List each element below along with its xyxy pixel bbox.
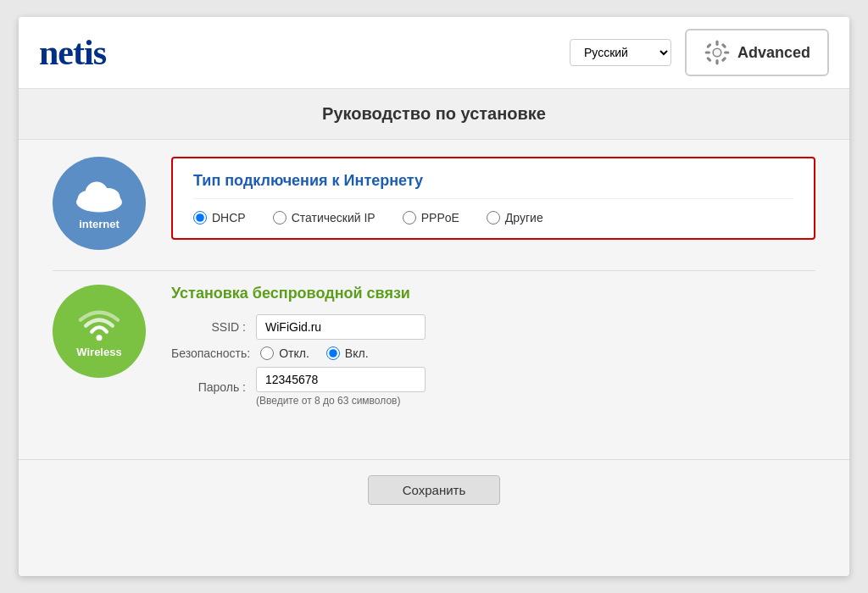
wireless-title: Установка беспроводной связи — [171, 285, 815, 302]
ssid-input[interactable] — [256, 314, 426, 340]
connection-box: Тип подключения к Интернету DHCP Статиче… — [171, 157, 815, 240]
svg-rect-1 — [715, 41, 718, 46]
password-input[interactable] — [256, 367, 426, 392]
page-title: Руководство по установке — [19, 89, 849, 140]
security-on-label: Вкл. — [345, 346, 369, 360]
content-area: internet Тип подключения к Интернету DHC… — [19, 140, 849, 451]
security-label: Безопасность: — [171, 346, 260, 360]
svg-rect-2 — [715, 59, 718, 64]
security-on-option[interactable]: Вкл. — [326, 346, 369, 360]
internet-icon-circle: internet — [53, 157, 146, 250]
password-control: (Введите от 8 до 63 символов) — [256, 367, 815, 407]
radio-pppoe-label: PPPoE — [421, 211, 459, 224]
svg-rect-4 — [724, 51, 729, 53]
wireless-section: Wireless Установка беспроводной связи SS… — [53, 285, 815, 413]
radio-other-label: Другие — [505, 211, 543, 224]
security-row: Безопасность: Откл. Вкл. — [171, 346, 815, 360]
ssid-label: SSID : — [171, 320, 256, 334]
wireless-icon-circle: Wireless — [53, 285, 146, 378]
connection-type-group: DHCP Статический IP PPPoE Другие — [193, 211, 793, 224]
internet-section: internet Тип подключения к Интернету DHC… — [53, 157, 815, 250]
ssid-row: SSID : — [171, 314, 815, 340]
connection-title: Тип подключения к Интернету — [193, 172, 793, 199]
advanced-button[interactable]: Advanced — [685, 29, 829, 76]
ssid-control — [256, 314, 815, 340]
cloud-icon — [74, 177, 125, 214]
wireless-label: Wireless — [76, 346, 121, 358]
svg-rect-7 — [706, 57, 712, 63]
svg-point-14 — [96, 335, 102, 341]
radio-other[interactable]: Другие — [487, 211, 543, 224]
radio-other-input[interactable] — [487, 211, 500, 224]
save-area: Сохранить — [19, 459, 849, 520]
radio-static[interactable]: Статический IP — [273, 211, 376, 224]
radio-static-label: Статический IP — [292, 211, 376, 224]
internet-label: internet — [79, 218, 120, 230]
svg-rect-8 — [721, 43, 727, 49]
logo: netis — [39, 32, 106, 73]
section-divider — [53, 270, 815, 271]
security-on-radio[interactable] — [326, 346, 340, 360]
gear-icon — [704, 39, 731, 66]
svg-rect-3 — [705, 51, 710, 53]
radio-static-input[interactable] — [273, 211, 287, 224]
radio-dhcp[interactable]: DHCP — [193, 211, 246, 224]
radio-pppoe[interactable]: PPPoE — [403, 211, 459, 224]
password-row: Пароль : (Введите от 8 до 63 символов) — [171, 367, 815, 407]
wifi-icon — [76, 305, 122, 342]
password-hint: (Введите от 8 до 63 символов) — [256, 395, 815, 407]
header: netis Русский English 中文 — [19, 17, 849, 89]
password-label: Пароль : — [171, 380, 256, 394]
security-off-option[interactable]: Откл. — [260, 346, 309, 360]
security-control: Откл. Вкл. — [260, 346, 815, 360]
svg-rect-5 — [706, 43, 712, 49]
header-right: Русский English 中文 — [570, 29, 829, 76]
security-off-radio[interactable] — [260, 346, 274, 360]
save-button[interactable]: Сохранить — [368, 475, 501, 505]
language-select[interactable]: Русский English 中文 — [570, 39, 671, 66]
advanced-label: Advanced — [737, 44, 810, 62]
svg-point-13 — [86, 181, 108, 204]
radio-dhcp-input[interactable] — [193, 211, 207, 224]
radio-pppoe-input[interactable] — [403, 211, 416, 224]
radio-dhcp-label: DHCP — [212, 211, 246, 224]
svg-point-9 — [714, 49, 721, 56]
wireless-box: Установка беспроводной связи SSID : Безо… — [171, 285, 815, 413]
svg-rect-6 — [721, 57, 727, 63]
security-off-label: Откл. — [279, 346, 309, 360]
